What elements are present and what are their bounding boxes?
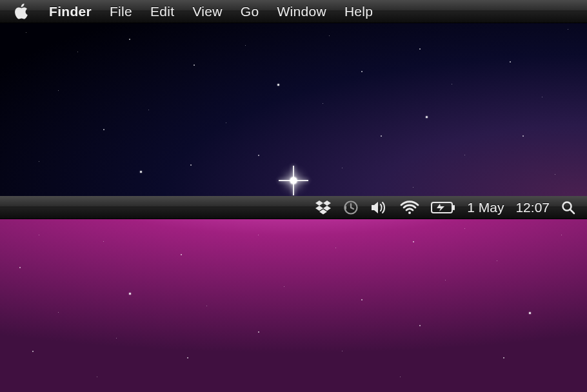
dropbox-icon[interactable] [315,200,332,215]
spotlight-icon[interactable] [561,201,575,215]
desktop-top: Finder File Edit View Go Window Help [0,0,587,196]
wifi-icon[interactable] [400,201,419,215]
menubar-top: Finder File Edit View Go Window Help [0,0,587,23]
apple-menu-icon[interactable] [13,3,28,21]
timemachine-icon[interactable] [343,200,359,215]
battery-charging-icon[interactable] [431,201,455,214]
wallpaper-stars-bottom [0,196,587,392]
desktop-bottom: 1 May 12:07 [0,196,587,392]
menubar-time[interactable]: 12:07 [515,200,550,215]
app-name-menu[interactable]: Finder [40,0,101,23]
menu-view[interactable]: View [183,0,231,23]
svg-line-5 [570,210,574,213]
menubar-left: Finder File Edit View Go Window Help [0,0,382,23]
volume-icon[interactable] [370,201,388,215]
menu-go[interactable]: Go [232,0,268,23]
menubar-date[interactable]: 1 May [467,200,504,215]
menubar-bottom: 1 May 12:07 [0,196,587,219]
menu-window[interactable]: Window [268,0,335,23]
menubar-right: 1 May 12:07 [315,200,587,215]
svg-rect-3 [453,205,455,210]
wallpaper-stars-top [0,0,587,196]
menu-edit[interactable]: Edit [141,0,183,23]
svg-point-1 [408,211,411,214]
menu-help[interactable]: Help [335,0,382,23]
menu-file[interactable]: File [101,0,141,23]
